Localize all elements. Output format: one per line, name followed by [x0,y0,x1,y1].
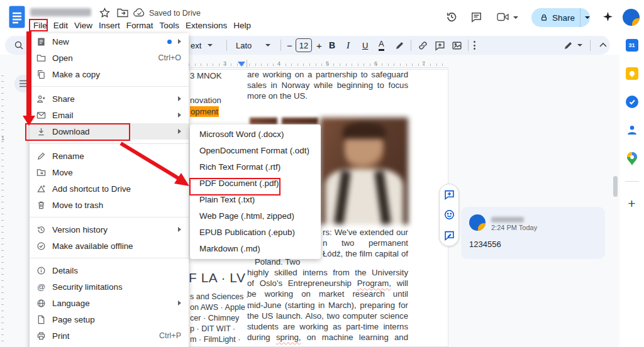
file-menu-rename[interactable]: Rename [30,148,189,164]
file-menu-make-a-copy[interactable]: Make a copy [30,66,189,82]
comments-icon[interactable] [470,11,482,23]
font-size-input[interactable]: 12 [296,38,312,52]
download-docx[interactable]: Microsoft Word (.docx) [190,126,321,143]
ruler-number: 5 [326,60,329,67]
add-addon-plus-icon[interactable]: + [628,196,635,211]
font-family-select[interactable]: Lato [236,36,270,55]
contacts-icon[interactable] [626,124,638,136]
submenu-arrow-icon [178,129,181,134]
gemini-sparkle-icon[interactable] [602,11,613,22]
share-dropdown-caret[interactable] [585,16,590,19]
file-menu-add-shortcut-to-drive[interactable]: Add shortcut to Drive [30,180,189,197]
file-menu-make-available-offline[interactable]: Make available offline [30,238,189,254]
italic-button[interactable]: I [347,36,350,55]
comment-card[interactable]: 2:24 PM Today 1234556 [461,207,605,259]
font-size-decrease[interactable]: − [287,36,292,55]
file-menu-move[interactable]: Move [30,164,189,180]
more-options-icon[interactable] [474,36,475,55]
doc-text: Łódź, the film capital of [323,248,408,259]
trash-icon [36,201,47,210]
download-rtf[interactable]: Rich Text Format (.rtf) [190,159,321,175]
hide-menus-chevron-icon[interactable] [599,41,608,49]
submenu-arrow-icon [178,96,181,101]
paragraph-style-select[interactable]: ext [191,36,213,55]
menu-tools[interactable]: Tools [157,19,183,31]
tasks-icon[interactable] [626,96,638,108]
scrollbar-thumb[interactable] [613,176,618,197]
editing-mode-caret[interactable] [577,44,582,47]
download-epub[interactable]: EPUB Publication (.epub) [190,224,321,240]
star-icon[interactable] [99,8,110,18]
menu-insert[interactable]: Insert [96,19,123,31]
doc-text: novation [190,95,221,106]
doc-text: of Oslo's Entrepreneurship Program, will [247,278,408,289]
menu-edit[interactable]: Edit [50,19,71,31]
menu-file[interactable]: File [30,19,50,31]
add-emoji-icon[interactable] [444,209,455,220]
editing-mode-pencil-icon[interactable] [564,40,574,50]
file-menu-details[interactable]: Details [30,262,189,278]
document-title-redacted[interactable] [30,8,91,16]
calendar-icon[interactable]: 31 [626,39,638,52]
text-color-button[interactable]: A [379,38,384,51]
download-md[interactable]: Markdown (.md) [190,240,321,256]
suggest-edits-icon[interactable] [444,230,455,241]
horizontal-ruler[interactable] [189,63,448,66]
meet-video-icon[interactable] [496,12,510,22]
doc-text: mid-June (starting in March), preparing … [247,300,408,311]
doc-portrait-image[interactable] [320,118,408,224]
new-feature-dot [167,40,172,44]
menu-view[interactable]: View [71,19,96,31]
file-menu-security-limitations[interactable]: @ Security limitations [30,278,189,295]
keep-icon[interactable] [626,67,638,80]
meet-dropdown-caret[interactable] [513,16,518,19]
copy-icon [36,70,47,79]
commenter-avatar [469,214,486,231]
file-menu-download[interactable]: Download [30,123,189,140]
account-avatar[interactable] [623,9,640,26]
font-size-increase[interactable]: + [316,36,322,55]
move-folder-icon[interactable] [117,8,128,18]
add-comment-icon[interactable] [435,40,445,51]
toolbar-divider [468,40,469,51]
file-menu-version-history[interactable]: Version history [30,221,189,238]
download-pdf[interactable]: PDF Document (.pdf) [190,175,321,192]
download-submenu: Microsoft Word (.docx) OpenDocument Form… [190,124,321,259]
add-comment-bubble-icon[interactable] [444,189,455,200]
search-menus-icon[interactable] [14,40,24,50]
vruler-number: 1 [1,135,4,141]
file-menu-email[interactable]: Email [30,107,189,123]
menubar: File Edit View Insert Format Tools Exten… [30,19,254,31]
insert-link-icon[interactable] [418,40,428,51]
file-menu-move-to-trash[interactable]: Move to trash [30,197,189,213]
download-html-zipped[interactable]: Web Page (.html, zipped) [190,207,321,224]
maps-icon[interactable] [626,152,638,166]
bold-button[interactable]: B [329,36,335,55]
ruler-number: 6 [374,60,377,67]
file-menu-language[interactable]: Language [30,295,189,311]
lock-icon [540,13,548,22]
download-txt[interactable]: Plain Text (.txt) [190,192,321,208]
download-odt[interactable]: OpenDocument Format (.odt) [190,143,321,159]
file-menu-open[interactable]: OpenCtrl+O [30,50,189,66]
indent-marker[interactable] [238,62,245,67]
highlight-color-icon[interactable] [395,40,405,50]
vertical-ruler[interactable] [1,71,4,341]
menu-extensions[interactable]: Extensions [182,19,230,31]
version-history-icon[interactable] [445,11,458,23]
open-folder-icon [36,53,47,63]
file-menu-print[interactable]: PrintCtrl+P [30,328,189,344]
insert-image-icon[interactable] [452,40,462,51]
google-docs-logo[interactable] [9,6,25,28]
offline-pin-icon [36,241,47,251]
printer-icon [36,331,47,341]
file-menu-new[interactable]: New [30,33,189,50]
menu-format[interactable]: Format [123,19,157,31]
toolbar-divider [411,40,411,51]
email-icon [36,111,47,120]
menu-help[interactable]: Help [230,19,254,31]
file-menu-page-setup[interactable]: Page setup [30,311,189,328]
underline-button[interactable]: U [362,36,368,55]
share-button[interactable]: Share [531,8,590,27]
file-menu-share[interactable]: Share [30,91,189,107]
